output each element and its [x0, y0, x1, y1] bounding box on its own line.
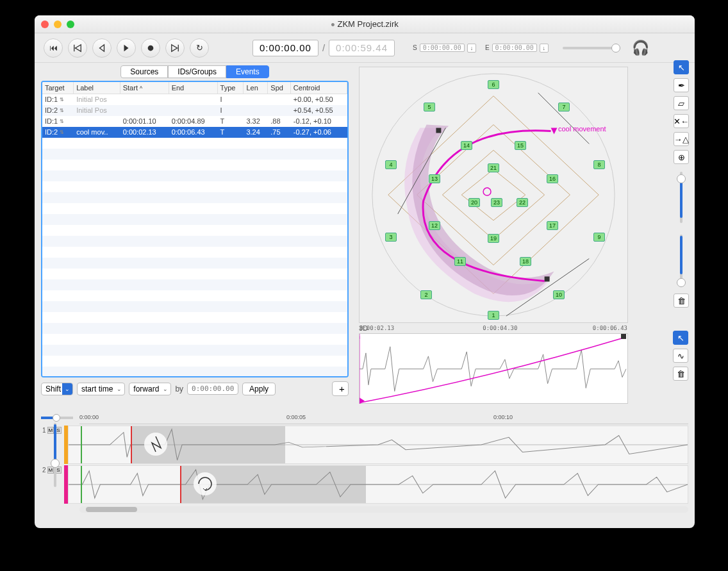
- speaker-15[interactable]: 15: [515, 141, 526, 150]
- shift-direction-select[interactable]: forward⌄: [129, 383, 171, 395]
- speaker-22[interactable]: 22: [517, 198, 528, 207]
- detail-tick-2: 0:00:06.43: [593, 325, 627, 331]
- speaker-2[interactable]: 2: [420, 290, 432, 299]
- track-2-waveform[interactable]: [68, 465, 688, 504]
- headphones-icon[interactable]: 🎧: [632, 40, 649, 56]
- rect-tool[interactable]: ▱: [674, 96, 689, 110]
- add-event-button[interactable]: +: [332, 381, 349, 396]
- speaker-16[interactable]: 16: [547, 174, 558, 183]
- zoom-window-button[interactable]: [67, 21, 74, 28]
- set-end-button[interactable]: ↓: [540, 44, 549, 53]
- spatial-tools: ↖ ✒ ▱ ✕← →△ ⊕ 🗑: [673, 60, 690, 308]
- speaker-12[interactable]: 12: [429, 221, 440, 230]
- trash-button[interactable]: 🗑: [674, 294, 689, 308]
- start-time-field[interactable]: 0:00:00.00: [420, 44, 465, 52]
- col-len[interactable]: Len: [244, 82, 268, 94]
- play-button[interactable]: [117, 38, 136, 58]
- pointer-tool[interactable]: ↖: [674, 60, 689, 74]
- svg-marker-13: [360, 398, 365, 404]
- end-time-field[interactable]: 0:00:00.00: [492, 44, 537, 52]
- pen-tool[interactable]: ✒: [674, 78, 689, 92]
- timeline: 0:00:00 0:00:05 0:00:10 1MS 2MS: [41, 413, 688, 522]
- timeline-ruler[interactable]: 0:00:00 0:00:05 0:00:10: [79, 413, 688, 424]
- col-end[interactable]: End: [169, 82, 217, 94]
- speaker-8[interactable]: 8: [593, 160, 605, 169]
- timeline-hzoom-slider[interactable]: [41, 417, 73, 419]
- detail-tick-0: 0:00:02.13: [360, 325, 394, 331]
- spatial-view[interactable]: 1 2 3 4 5 6 7 8 9 10 11 12 13 14 15 16 1…: [359, 67, 628, 323]
- loop-button[interactable]: ↻: [190, 38, 209, 58]
- speaker-9[interactable]: 9: [593, 233, 605, 242]
- speaker-19[interactable]: 19: [488, 234, 499, 243]
- speaker-17[interactable]: 17: [547, 221, 558, 230]
- ruler-tick-0: 0:00:00: [79, 414, 99, 420]
- speaker-7[interactable]: 7: [558, 103, 570, 112]
- svg-point-18: [194, 472, 217, 495]
- speaker-5[interactable]: 5: [424, 103, 435, 112]
- detail-tools: ↖ ∿ 🗑: [673, 331, 690, 381]
- set-start-button[interactable]: ↓: [467, 44, 476, 53]
- col-target[interactable]: Target: [42, 82, 74, 94]
- track-2[interactable]: 2MS: [41, 465, 688, 504]
- 3d-label: 3D: [359, 324, 691, 332]
- play-reverse-button[interactable]: [92, 38, 112, 58]
- shift-field-select[interactable]: start time⌄: [77, 383, 125, 395]
- col-type[interactable]: Type: [217, 82, 244, 94]
- col-label[interactable]: Label: [74, 82, 120, 94]
- record-button[interactable]: [141, 38, 160, 58]
- detail-trash-button[interactable]: 🗑: [673, 367, 688, 381]
- app-window: •ZKM Project.zirk ⏮ ↻ 0:00:00.00 / 0:00:…: [35, 15, 695, 528]
- time-separator: /: [322, 42, 325, 53]
- timeline-vzoom-slider[interactable]: [54, 423, 56, 487]
- speaker-21[interactable]: 21: [488, 163, 499, 172]
- col-start[interactable]: Start ^: [120, 82, 169, 94]
- transport-toolbar: ⏮ ↻ 0:00:00.00 / 0:00:59.44 S 0:00:00.00…: [35, 33, 695, 63]
- target-tool[interactable]: ⊕: [674, 150, 689, 164]
- start-label: S: [413, 44, 417, 51]
- table-row[interactable]: ID:2 ⇅cool mov..0:00:02.130:00:06.43T3.2…: [42, 127, 347, 138]
- table-row[interactable]: ID:1 ⇅0:00:01.100:00:04.89T3.32.88-0.12,…: [42, 116, 347, 127]
- close-window-button[interactable]: [41, 21, 49, 28]
- detail-waveform[interactable]: 0:00:02.13 0:00:04.30 0:00:06.43 ×: [359, 333, 628, 404]
- speaker-13[interactable]: 13: [429, 174, 440, 183]
- mirror-tool[interactable]: ✕←: [674, 114, 689, 128]
- speaker-23[interactable]: 23: [491, 198, 502, 207]
- col-centroid[interactable]: Centroid: [290, 82, 347, 94]
- time-current: 0:00:00.00: [252, 40, 318, 56]
- shift-amount-input[interactable]: [187, 383, 238, 395]
- tab-ids-groups[interactable]: IDs/Groups: [168, 65, 226, 78]
- svg-text:×: ×: [360, 335, 361, 340]
- volume-slider[interactable]: [563, 47, 620, 49]
- speaker-4[interactable]: 4: [385, 160, 397, 169]
- minimize-window-button[interactable]: [54, 21, 62, 28]
- zoom-slider[interactable]: [680, 172, 682, 223]
- track-1-waveform[interactable]: [68, 426, 688, 464]
- transform-tool[interactable]: →△: [674, 132, 689, 146]
- opacity-slider[interactable]: [680, 235, 682, 286]
- speaker-10[interactable]: 10: [553, 290, 565, 299]
- detail-curve-tool[interactable]: ∿: [673, 349, 688, 363]
- col-spd[interactable]: Spd: [268, 82, 291, 94]
- events-table[interactable]: Target Label Start ^ End Type Len Spd Ce…: [41, 81, 349, 377]
- speaker-3[interactable]: 3: [385, 233, 397, 242]
- next-marker-button[interactable]: [165, 38, 185, 58]
- table-row[interactable]: ID:2 ⇅Initial PosI+0.54, +0.55: [42, 105, 347, 116]
- track-1[interactable]: 1MS: [41, 426, 688, 464]
- detail-tick-1: 0:00:04.30: [483, 325, 517, 331]
- speaker-18[interactable]: 18: [520, 257, 531, 266]
- table-row[interactable]: ID:1 ⇅Initial PosI+0.00, +0.50: [42, 94, 347, 105]
- speaker-11[interactable]: 11: [454, 257, 466, 266]
- prev-marker-button[interactable]: [68, 38, 87, 58]
- svg-rect-10: [545, 276, 550, 281]
- speaker-6[interactable]: 6: [488, 80, 499, 89]
- tab-sources[interactable]: Sources: [120, 65, 168, 78]
- go-to-start-button[interactable]: ⏮: [44, 38, 63, 58]
- speaker-1[interactable]: 1: [488, 311, 499, 320]
- speaker-20[interactable]: 20: [468, 198, 480, 207]
- shift-mode-select[interactable]: Shift⌄: [41, 383, 73, 395]
- tab-events[interactable]: Events: [226, 65, 269, 78]
- apply-button[interactable]: Apply: [242, 383, 276, 395]
- timeline-scrollbar[interactable]: [79, 506, 688, 513]
- speaker-14[interactable]: 14: [461, 141, 472, 150]
- detail-pointer-tool[interactable]: ↖: [673, 331, 688, 345]
